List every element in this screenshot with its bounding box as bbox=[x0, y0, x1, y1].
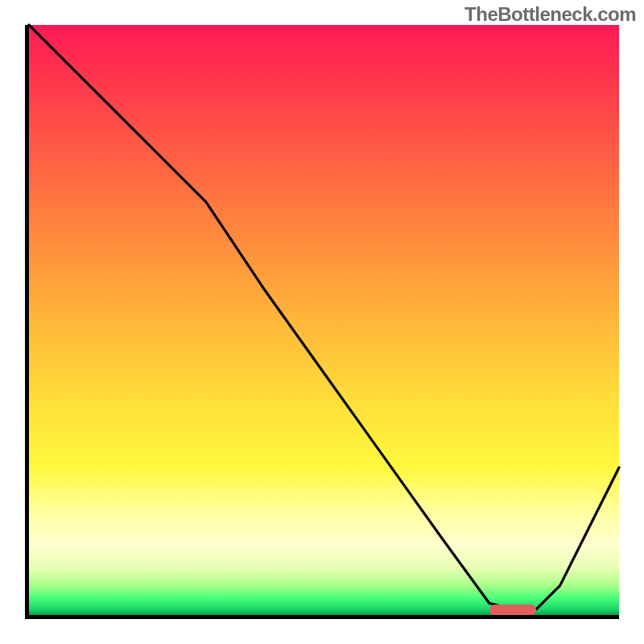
watermark-text: TheBottleneck.com bbox=[464, 3, 636, 26]
chart-canvas: TheBottleneck.com bbox=[0, 0, 644, 644]
bottleneck-curve-path bbox=[29, 25, 619, 609]
optimal-range-marker bbox=[489, 605, 537, 615]
line-plot bbox=[29, 25, 619, 615]
